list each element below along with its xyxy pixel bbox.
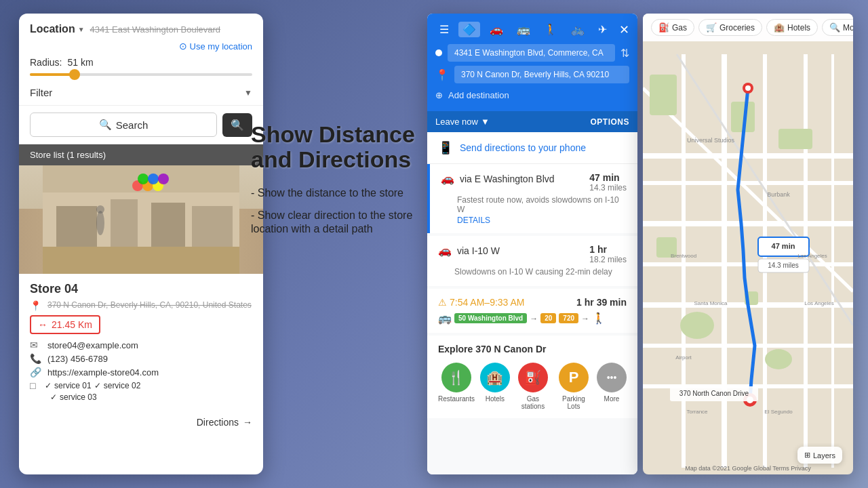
destination-input[interactable] bbox=[454, 66, 629, 83]
svg-rect-2 bbox=[43, 247, 239, 274]
transit-time-row: ⚠ 7:54 AM–9:33 AM 1 hr 39 min bbox=[438, 297, 627, 308]
more-filter-chip[interactable]: 🔍 More bbox=[822, 19, 853, 36]
bus-icon: 🚌 bbox=[438, 312, 452, 325]
svg-text:Brentwood: Brentwood bbox=[671, 253, 696, 259]
search-submit-button[interactable]: 🔍 bbox=[222, 113, 252, 137]
slider-fill bbox=[30, 73, 75, 76]
transit-route: 🚌 50 Washington Blvd → 20 720 → 🚶 bbox=[438, 312, 627, 325]
groceries-chip-label: Groceries bbox=[719, 23, 755, 33]
store-name: Store 04 bbox=[30, 282, 252, 296]
store-address-text: 370 N Canon Dr, Beverly Hills, CA, 90210… bbox=[47, 300, 252, 310]
link-icon: 🔗 bbox=[30, 367, 42, 378]
radius-label: Radius: bbox=[30, 57, 62, 68]
gas-chip-label: Gas bbox=[672, 23, 687, 33]
directions-header: ☰ 🔷 🚗 🚌 🚶 🚲 ✈ ✕ ⇅ 📍 ⊕ Add destination bbox=[427, 14, 637, 111]
gas-stations-label: Gas stations bbox=[515, 395, 551, 410]
use-location-button[interactable]: ⊙ Use my location bbox=[30, 41, 252, 52]
chevron-down-icon: ▼ bbox=[78, 26, 85, 33]
store-interior-image bbox=[19, 165, 263, 274]
bike-icon[interactable]: 🚲 bbox=[567, 22, 589, 37]
service-1-label: service 01 bbox=[54, 381, 92, 390]
origin-input[interactable] bbox=[448, 44, 615, 62]
close-icon[interactable]: ✕ bbox=[619, 22, 629, 37]
walk-icon[interactable]: 🚶 bbox=[540, 22, 561, 37]
explore-gas-stations[interactable]: ⛽ Gas stations bbox=[515, 363, 551, 410]
origin-row: ⇅ bbox=[435, 44, 629, 62]
route-1-info: 🚗 via E Washington Blvd bbox=[441, 172, 555, 185]
walk-transit-icon: 🚶 bbox=[592, 312, 606, 325]
svg-text:Los Angeles: Los Angeles bbox=[804, 300, 834, 306]
route-1-details-link[interactable]: DETAILS bbox=[457, 216, 627, 225]
swap-icon[interactable]: ⇅ bbox=[620, 47, 629, 60]
svg-rect-4 bbox=[111, 199, 138, 247]
search-bar: 🔍 Search 🔍 bbox=[19, 106, 263, 144]
leave-now-button[interactable]: Leave now ▼ bbox=[435, 117, 490, 127]
search-icon: 🔍 bbox=[99, 119, 112, 131]
left-header: Location ▼ 4341 East Washington Boulevar… bbox=[19, 14, 263, 106]
store-website: https://example-store04.com bbox=[47, 367, 159, 378]
transit-option[interactable]: ⚠ 7:54 AM–9:33 AM 1 hr 39 min 🚌 50 Washi… bbox=[427, 289, 637, 333]
radius-slider[interactable] bbox=[30, 73, 252, 76]
send-icon: 📱 bbox=[438, 140, 453, 155]
hotels-chip-label: Hotels bbox=[787, 23, 810, 33]
flight-icon[interactable]: ✈ bbox=[594, 22, 611, 37]
gas-filter-chip[interactable]: ⛽ Gas bbox=[651, 19, 694, 36]
add-destination-button[interactable]: ⊕ Add destination bbox=[435, 87, 629, 103]
radius-row: Radius: 51 km bbox=[30, 57, 252, 68]
route-1-description: Fastest route now, avoids slowdowns on I… bbox=[457, 195, 627, 214]
filter-chevron-icon[interactable]: ▼ bbox=[244, 88, 252, 98]
store-card: Store 04 📍 370 N Canon Dr, Beverly Hills… bbox=[19, 165, 263, 474]
groceries-filter-chip[interactable]: 🛒 Groceries bbox=[698, 19, 762, 36]
services-row-2: ✓ service 03 bbox=[30, 392, 252, 402]
use-location-text: Use my location bbox=[190, 41, 252, 52]
route-option-1[interactable]: 🚗 via E Washington Blvd 47 min 14.3 mile… bbox=[427, 164, 637, 233]
hotels-icon: 🏨 bbox=[480, 363, 510, 392]
directions-icon[interactable]: 🔷 bbox=[458, 22, 480, 37]
distance-value: 21.45 Km bbox=[52, 319, 92, 330]
transit-time: ⚠ 7:54 AM–9:33 AM bbox=[438, 297, 525, 308]
route-option-2[interactable]: 🚗 via I-10 W 1 hr 18.2 miles Slowdowns o… bbox=[427, 236, 637, 286]
center-text-panel: Show Distance and Directions - Show the … bbox=[251, 122, 434, 245]
car-icon[interactable]: 🚗 bbox=[486, 22, 507, 37]
store-image bbox=[19, 165, 263, 274]
send-directions-button[interactable]: 📱 Send directions to your phone bbox=[427, 132, 637, 164]
options-button[interactable]: OPTIONS bbox=[590, 117, 629, 127]
directions-button[interactable]: Directions → bbox=[197, 417, 252, 428]
more-label: More bbox=[604, 395, 620, 403]
origin-dot bbox=[435, 49, 442, 56]
directions-inputs: ⇅ 📍 ⊕ Add destination bbox=[435, 44, 629, 103]
explore-parking[interactable]: P Parking Lots bbox=[556, 363, 591, 410]
car-route-icon-1: 🚗 bbox=[441, 172, 454, 185]
email-icon: ✉ bbox=[30, 340, 42, 350]
filter-label: Filter bbox=[30, 87, 52, 98]
explore-restaurants[interactable]: 🍴 Restaurants bbox=[438, 363, 475, 410]
route-2-header: 🚗 via I-10 W 1 hr 18.2 miles bbox=[438, 244, 627, 264]
explore-more[interactable]: ••• More bbox=[597, 363, 627, 410]
svg-point-8 bbox=[96, 205, 104, 214]
svg-rect-6 bbox=[192, 206, 233, 247]
hotels-filter-chip[interactable]: 🏨 Hotels bbox=[766, 19, 818, 36]
search-button[interactable]: 🔍 Search bbox=[30, 113, 217, 137]
svg-point-12 bbox=[138, 174, 149, 184]
map-svg: 47 min 14.3 miles 370 North Canon Drive … bbox=[643, 14, 853, 474]
location-dropdown[interactable]: Location ▼ bbox=[30, 23, 85, 35]
distance-badge: ↔ 21.45 Km bbox=[30, 315, 100, 334]
hotels-label: Hotels bbox=[486, 395, 505, 403]
parking-icon: P bbox=[559, 363, 589, 392]
slider-thumb bbox=[69, 69, 80, 80]
explore-hotels[interactable]: 🏨 Hotels bbox=[480, 363, 510, 410]
transit-icon[interactable]: 🚌 bbox=[513, 22, 534, 37]
radius-value: 51 km bbox=[67, 57, 93, 68]
transit-arrow-1: → bbox=[530, 314, 538, 323]
menu-icon[interactable]: ☰ bbox=[435, 22, 453, 37]
left-panel: Location ▼ 4341 East Washington Boulevar… bbox=[19, 14, 263, 474]
directions-row: Directions → bbox=[19, 411, 263, 428]
gas-stations-icon: ⛽ bbox=[518, 363, 548, 392]
explore-section: Explore 370 N Canon Dr 🍴 Restaurants 🏨 H… bbox=[427, 336, 637, 418]
svg-rect-3 bbox=[56, 206, 97, 247]
svg-text:Santa Monica: Santa Monica bbox=[694, 300, 728, 306]
layers-button[interactable]: ⊞ Layers bbox=[797, 447, 842, 464]
service-2-label: service 02 bbox=[104, 381, 141, 390]
sub-text-1: - Show the distance to the store bbox=[251, 186, 434, 201]
search-chip-icon: 🔍 bbox=[829, 22, 840, 33]
